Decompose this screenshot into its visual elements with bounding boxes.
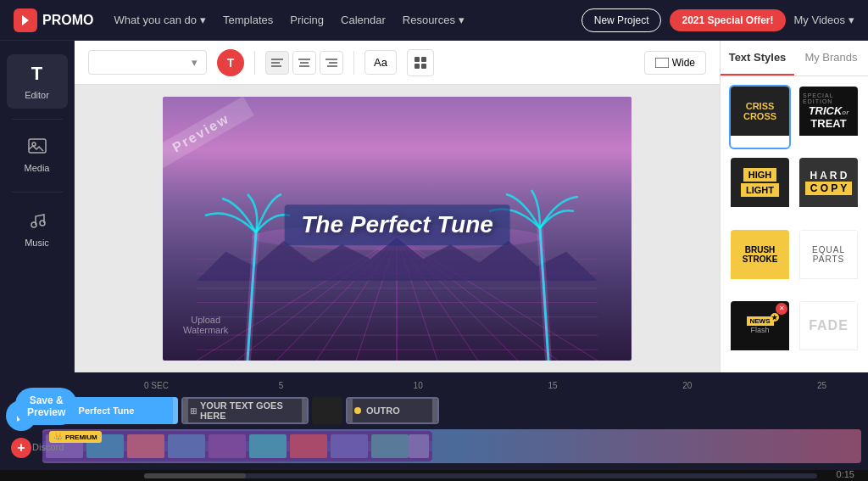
svg-line-40 — [248, 232, 256, 361]
style-card-brush-stroke[interactable]: BRUSH STROKE — [729, 228, 791, 293]
save-preview-button[interactable]: Save & Preview — [15, 388, 77, 425]
timeline-tracks: ▶ + ⊞ The Perfect Tune ⊞ YOUR TEXT GOES … — [0, 389, 868, 470]
clip-handle-left[interactable] — [183, 399, 188, 422]
video-canvas: Preview The Perfect Tune Upload Watermar… — [163, 97, 632, 361]
clip-label: YOUR TEXT GOES HERE — [200, 400, 300, 421]
clip-handle-right[interactable] — [302, 399, 307, 422]
sidebar-divider — [12, 192, 63, 193]
clip-handle-right[interactable] — [173, 397, 178, 424]
style-label: BRUSH — [745, 245, 776, 254]
align-center-button[interactable] — [292, 51, 316, 75]
clip-handle-right[interactable] — [432, 399, 437, 422]
clip-label: OUTRO — [366, 405, 400, 416]
wide-button[interactable]: Wide — [644, 51, 706, 75]
style-card-trick-or-treat[interactable]: SPECIAL EDITION TRICKor TREAT — [798, 85, 860, 149]
svg-rect-17 — [421, 64, 426, 69]
style-card-fade[interactable]: FADE — [798, 299, 860, 364]
tab-my-brands[interactable]: My Brands — [794, 41, 868, 76]
svg-rect-14 — [415, 57, 420, 62]
timeline: 0 SEC 5 10 15 20 25 ▶ + ⊞ The Perfect Tu… — [0, 372, 868, 481]
media-track-row: 👑 PREMIUM — [42, 429, 861, 463]
style-label: C O P Y — [805, 182, 853, 195]
style-label: CROSS — [743, 111, 776, 121]
svg-line-42 — [540, 228, 548, 361]
sidebar-item-label: Media — [25, 163, 50, 173]
chevron-icon: ▾ — [459, 14, 465, 26]
svg-marker-0 — [22, 15, 29, 25]
svg-rect-53 — [331, 434, 368, 458]
timeline-scrollbar: 0:15 — [0, 470, 868, 481]
font-size-button[interactable]: Aa — [364, 50, 397, 75]
chevron-icon: ▾ — [200, 14, 206, 26]
logo[interactable]: PROMO — [14, 8, 93, 32]
svg-rect-49 — [168, 434, 205, 458]
style-card-news-flash[interactable]: NEWS ★ Flash ✕ — [729, 299, 791, 364]
align-left-button[interactable] — [265, 51, 289, 75]
media-track-background — [42, 429, 861, 463]
sidebar-item-label: Editor — [25, 90, 49, 100]
style-label: H A R D — [810, 170, 848, 182]
sidebar-item-editor[interactable]: T Editor — [7, 54, 68, 109]
grid-button[interactable] — [407, 49, 434, 76]
style-card-hard-copy[interactable]: H A R D C O P Y — [798, 156, 860, 221]
font-name-label: Caveat Brush — [97, 56, 164, 69]
discord-label[interactable]: Discord — [32, 442, 64, 452]
nav-calendar[interactable]: Calendar — [341, 14, 386, 26]
top-nav: PROMO What you can do ▾ Templates Pricin… — [0, 0, 868, 41]
clip-outro[interactable]: OUTRO — [346, 397, 439, 424]
panel-tabs: Text Styles My Brands — [721, 41, 868, 76]
clip-icon: ⊞ — [190, 406, 197, 416]
media-track[interactable]: 👑 PREMIUM — [42, 429, 861, 463]
logo-text: PROMO — [42, 13, 93, 28]
nav-pricing[interactable]: Pricing — [290, 14, 324, 26]
svg-rect-48 — [127, 434, 164, 458]
svg-rect-52 — [290, 434, 327, 458]
style-label: HIGH — [743, 168, 777, 182]
toolbar-divider — [254, 51, 255, 75]
align-group — [265, 51, 343, 75]
sidebar-divider — [12, 119, 63, 120]
style-card-equal-parts[interactable]: EQUAL PARTS — [798, 228, 860, 293]
style-label: FADE — [809, 318, 849, 333]
nav-resources[interactable]: Resources ▾ — [403, 14, 465, 26]
font-color-button[interactable]: T — [217, 49, 244, 76]
canvas-title[interactable]: The Perfect Tune — [284, 204, 510, 245]
close-badge[interactable]: ✕ — [776, 303, 787, 315]
nav-templates[interactable]: Templates — [223, 14, 273, 26]
left-sidebar: T Editor Media Music — [0, 41, 75, 372]
my-videos-button[interactable]: My Videos ▾ — [794, 14, 854, 26]
sidebar-item-media[interactable]: Media — [7, 130, 68, 182]
upload-watermark-button[interactable]: Upload Watermark — [183, 315, 228, 335]
sidebar-item-music[interactable]: Music — [7, 203, 68, 256]
main-layout: T Editor Media Music Caveat Brush ▾ — [0, 41, 868, 372]
svg-rect-54 — [371, 434, 409, 458]
style-card-criss-cross[interactable]: CRISS CROSS — [729, 85, 791, 149]
logo-icon — [14, 8, 37, 32]
font-selector[interactable]: Caveat Brush ▾ — [88, 50, 207, 75]
svg-rect-55 — [409, 434, 429, 458]
scrollbar-thumb[interactable] — [144, 473, 246, 478]
clip-spacer[interactable] — [312, 397, 342, 424]
crown-icon: 👑 — [53, 433, 63, 441]
nav-what-you-can-do[interactable]: What you can do ▾ — [114, 14, 206, 26]
style-card-high-light[interactable]: HIGH LIGHT — [729, 156, 791, 221]
tracks-area: ⊞ The Perfect Tune ⊞ YOUR TEXT GOES HERE… — [42, 389, 868, 470]
style-label: STROKE — [743, 254, 778, 264]
align-right-button[interactable] — [320, 51, 343, 75]
special-offer-button[interactable]: 2021 Special Offer! — [670, 9, 785, 31]
style-label: NEWS ★ — [747, 316, 774, 326]
new-project-button[interactable]: New Project — [581, 8, 662, 32]
timeline-ruler: 0 SEC 5 10 15 20 25 — [0, 372, 868, 389]
add-track-button[interactable]: + — [11, 438, 31, 458]
scrollbar-track[interactable] — [144, 473, 817, 478]
tab-text-styles[interactable]: Text Styles — [721, 41, 794, 76]
canvas-area: Preview The Perfect Tune Upload Watermar… — [75, 85, 720, 372]
media-icon — [28, 138, 47, 158]
nav-items: What you can do ▾ Templates Pricing Cale… — [114, 14, 560, 26]
style-label: PARTS — [813, 254, 844, 264]
style-label: SPECIAL EDITION — [803, 92, 854, 104]
clip-handle-left[interactable] — [348, 399, 353, 422]
clip-your-text-goes-here[interactable]: ⊞ YOUR TEXT GOES HERE — [181, 397, 309, 424]
center-area: Caveat Brush ▾ T Aa — [75, 41, 720, 372]
music-icon — [29, 211, 46, 232]
